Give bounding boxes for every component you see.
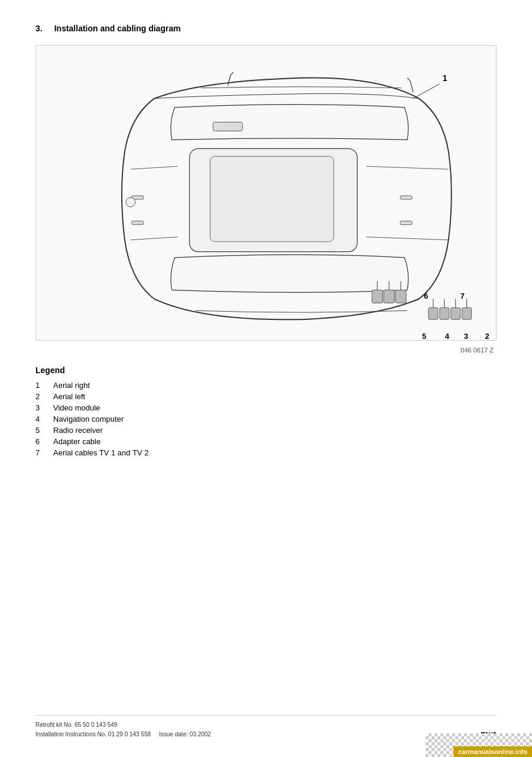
svg-rect-8 — [400, 221, 412, 225]
section-number: 3. — [35, 24, 43, 33]
page: 3.Installation and cabling diagram — [0, 0, 532, 757]
list-item: 3 Video module — [35, 403, 497, 412]
legend-num-7: 7 — [35, 448, 53, 457]
diagram-label-4: 4 — [445, 332, 450, 340]
legend-text-6: Adapter cable — [53, 437, 100, 446]
watermark: carmanualsonline.info — [453, 746, 532, 757]
svg-rect-16 — [395, 290, 406, 303]
list-item: 7 Aerial cables TV 1 and TV 2 — [35, 448, 497, 457]
svg-rect-15 — [384, 290, 394, 303]
diagram-label-3: 3 — [464, 332, 468, 340]
diagram-reference: 046 0617 Z — [35, 347, 497, 354]
connector-block-4 — [462, 308, 472, 319]
legend-text-7: Aerial cables TV 1 and TV 2 — [53, 448, 148, 457]
svg-line-21 — [407, 78, 410, 81]
svg-rect-6 — [132, 221, 144, 225]
list-item: 2 Aerial left — [35, 392, 497, 401]
svg-rect-14 — [372, 290, 382, 303]
legend-num-5: 5 — [35, 426, 53, 435]
section-title: 3.Installation and cabling diagram — [35, 24, 497, 33]
diagram-label-6: 6 — [424, 292, 428, 300]
diagram-label-7: 7 — [460, 292, 465, 300]
legend-text-2: Aerial left — [53, 392, 85, 401]
svg-rect-9 — [213, 122, 242, 131]
svg-line-11 — [228, 75, 231, 86]
legend-section: Legend 1 Aerial right 2 Aerial left 3 Vi… — [35, 365, 497, 457]
connector-block-1 — [429, 308, 438, 319]
diagram-label-2: 2 — [485, 332, 489, 340]
legend-num-2: 2 — [35, 392, 53, 401]
footer-issue: Issue date: 03.2002 — [159, 731, 211, 737]
legend-text-5: Radio receiver — [53, 426, 103, 435]
legend-list: 1 Aerial right 2 Aerial left 3 Video mod… — [35, 381, 497, 457]
svg-point-10 — [126, 198, 135, 207]
legend-num-4: 4 — [35, 415, 53, 423]
svg-line-22 — [413, 84, 440, 99]
svg-line-4 — [366, 237, 448, 240]
connector-block-2 — [440, 308, 449, 319]
legend-num-6: 6 — [35, 437, 53, 446]
footer-left: Retrofit kit No. 65 50 0 143 549 Install… — [35, 720, 211, 739]
footer-line2: Installation Instructions No. 01 29 0 14… — [35, 730, 211, 739]
legend-title: Legend — [35, 365, 497, 375]
svg-rect-13 — [210, 156, 333, 241]
diagram-label-1: 1 — [443, 73, 447, 83]
svg-line-2 — [131, 237, 178, 240]
svg-line-3 — [366, 166, 448, 169]
legend-text-1: Aerial right — [53, 381, 90, 390]
footer-line2-text: Installation Instructions No. 01 29 0 14… — [35, 731, 151, 737]
list-item: 4 Navigation computer — [35, 415, 497, 423]
diagram-label-5: 5 — [422, 332, 426, 340]
svg-line-20 — [410, 81, 413, 93]
legend-text-4: Navigation computer — [53, 415, 124, 423]
list-item: 5 Radio receiver — [35, 426, 497, 435]
svg-line-1 — [131, 166, 178, 169]
legend-num-3: 3 — [35, 403, 53, 412]
diagram-container: 1 2 3 4 5 6 7 — [35, 45, 497, 341]
section-heading: Installation and cabling diagram — [54, 24, 181, 33]
legend-text-3: Video module — [53, 403, 100, 412]
list-item: 6 Adapter cable — [35, 437, 497, 446]
svg-line-12 — [231, 72, 233, 75]
legend-num-1: 1 — [35, 381, 53, 390]
list-item: 1 Aerial right — [35, 381, 497, 390]
car-diagram-svg: 1 2 3 4 5 6 7 — [36, 46, 496, 340]
footer-line1: Retrofit kit No. 65 50 0 143 549 — [35, 720, 211, 730]
connector-block-3 — [451, 308, 460, 319]
svg-rect-7 — [400, 196, 412, 199]
